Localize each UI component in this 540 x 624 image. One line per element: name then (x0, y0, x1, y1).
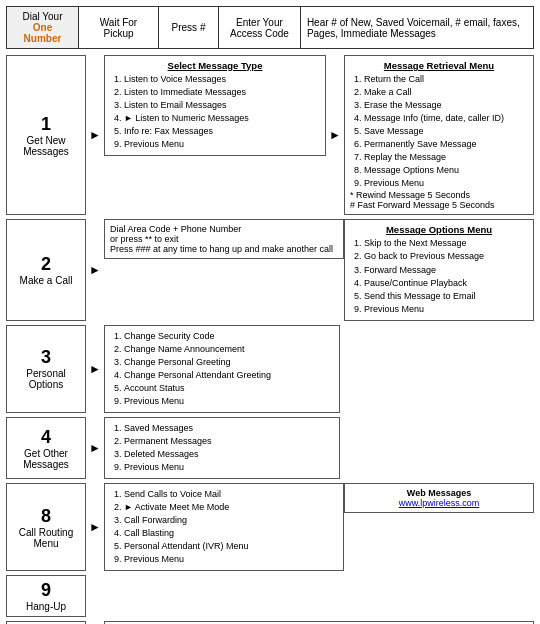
crm-item-5: Personal Attendant (IVR) Menu (124, 540, 338, 553)
smt-arrow-4: ► (124, 113, 133, 123)
arrow-4: ► (86, 441, 104, 455)
box-2-make-a-call: 2 Make a Call (6, 219, 86, 320)
po-item-1: Change Security Code (124, 330, 334, 343)
po-item-4: Change Personal Attendant Greeting (124, 369, 334, 382)
web-messages-box: Web Messages www.lpwireless.com (344, 483, 534, 513)
box-3-number: 3 (41, 347, 51, 368)
crm-arrow: ► (124, 502, 133, 512)
box-2-label: Make a Call (20, 275, 73, 286)
mrm-extra-items: * Rewind Message 5 Seconds # Fast Forwar… (350, 190, 528, 210)
smt-item-5: Info re: Fax Messages (124, 125, 320, 138)
mrm-list: Return the Call Make a Call Erase the Me… (350, 73, 528, 190)
select-message-type-title: Select Message Type (110, 60, 320, 71)
mom-item-5: Send this Message to Email (364, 290, 528, 303)
mrm-hash: # Fast Forward Message 5 Seconds (350, 200, 528, 210)
box-4-label: Get Other Messages (9, 448, 83, 470)
mrm-item-7: Replay the Message (364, 151, 528, 164)
personal-options-box: Change Security Code Change Name Announc… (104, 325, 340, 413)
gom-item-4: Previous Menu (124, 461, 334, 474)
gom-item-1: Saved Messages (124, 422, 334, 435)
mrm-star: * Rewind Message 5 Seconds (350, 190, 528, 200)
header-press: Press # (159, 7, 219, 48)
header-dial: Dial Your One Number (7, 7, 79, 48)
gom-list: Saved Messages Permanent Messages Delete… (110, 422, 334, 474)
crm-item-1: Send Calls to Voice Mail (124, 488, 338, 501)
box-9-hang-up: 9 Hang-Up (6, 575, 86, 617)
section-9: 9 Hang-Up (6, 575, 534, 617)
box-8-number: 8 (41, 506, 51, 527)
mom-item-4: Pause/Continue Playback (364, 277, 528, 290)
header-dial-line2: One Number (13, 22, 72, 44)
box-9-number: 9 (41, 580, 51, 601)
mrm-item-2: Make a Call (364, 86, 528, 99)
smt-item-2: Listen to Immediate Messages (124, 86, 320, 99)
header-dial-line1: Dial Your (22, 11, 62, 22)
col-right-8: Web Messages www.lpwireless.com (344, 483, 534, 513)
col-left-1: Select Message Type Listen to Voice Mess… (104, 55, 326, 156)
crm-item-3: Call Forwarding (124, 514, 338, 527)
mrm-title: Message Retrieval Menu (350, 60, 528, 71)
crm-item-6: Previous Menu (124, 553, 338, 566)
col-left-3: Change Security Code Change Name Announc… (104, 325, 340, 413)
get-other-messages-box: Saved Messages Permanent Messages Delete… (104, 417, 340, 479)
box-4-number: 4 (41, 427, 51, 448)
header-row: Dial Your One Number Wait For Pickup Pre… (6, 6, 534, 49)
box-4-get-other-messages: 4 Get Other Messages (6, 417, 86, 479)
call-routing-box: Send Calls to Voice Mail ► Activate Meet… (104, 483, 344, 571)
header-wait-label: Wait For Pickup (85, 17, 152, 39)
header-enter: Enter Your Access Code (219, 7, 301, 48)
web-messages-title: Web Messages (350, 488, 528, 498)
smt-item-3: Listen to Email Messages (124, 99, 320, 112)
box-1-number: 1 (41, 114, 51, 135)
web-messages-link[interactable]: www.lpwireless.com (399, 498, 480, 508)
po-list: Change Security Code Change Name Announc… (110, 330, 334, 408)
main-content: 1 Get New Messages ► Select Message Type… (6, 55, 534, 624)
col-right-1: Message Retrieval Menu Return the Call M… (344, 55, 534, 215)
header-hear: Hear # of New, Saved Voicemail, # email,… (301, 7, 533, 48)
smt-item-1: Listen to Voice Messages (124, 73, 320, 86)
arrow-2: ► (86, 263, 104, 277)
smt-item-4: ► Listen to Numeric Messages (124, 112, 320, 125)
page: Dial Your One Number Wait For Pickup Pre… (0, 0, 540, 624)
box-2-number: 2 (41, 254, 51, 275)
header-wait: Wait For Pickup (79, 7, 159, 48)
po-item-2: Change Name Announcement (124, 343, 334, 356)
section-3: 3 Personal Options ► Change Security Cod… (6, 325, 534, 413)
po-item-5: Account Status (124, 382, 334, 395)
mrm-item-1: Return the Call (364, 73, 528, 86)
arrow-1: ► (86, 128, 104, 142)
section-1: 1 Get New Messages ► Select Message Type… (6, 55, 534, 215)
box-8-call-routing: 8 Call Routing Menu (6, 483, 86, 571)
mac-line1: Dial Area Code + Phone Number (110, 224, 338, 234)
box-1-label: Get New Messages (9, 135, 83, 157)
col-right-2: Message Options Menu Skip to the Next Me… (344, 219, 534, 320)
crm-item-2: ► Activate Meet Me Mode (124, 501, 338, 514)
po-item-3: Change Personal Greeting (124, 356, 334, 369)
make-a-call-box: Dial Area Code + Phone Number or press *… (104, 219, 344, 259)
po-item-6: Previous Menu (124, 395, 334, 408)
select-message-type-box: Select Message Type Listen to Voice Mess… (104, 55, 326, 156)
col-left-4: Saved Messages Permanent Messages Delete… (104, 417, 340, 479)
crm-list: Send Calls to Voice Mail ► Activate Meet… (110, 488, 338, 566)
mom-item-3: Forward Message (364, 264, 528, 277)
box-3-label: Personal Options (9, 368, 83, 390)
mrm-item-4: Message Info (time, date, caller ID) (364, 112, 528, 125)
smt-item-6: Previous Menu (124, 138, 320, 151)
mom-item-2: Go back to Previous Message (364, 250, 528, 263)
mom-title: Message Options Menu (350, 224, 528, 235)
mrm-item-5: Save Message (364, 125, 528, 138)
header-press-label: Press # (172, 22, 206, 33)
mrm-item-9: Previous Menu (364, 177, 528, 190)
gom-item-2: Permanent Messages (124, 435, 334, 448)
crm-item-4: Call Blasting (124, 527, 338, 540)
box-1-get-new-messages: 1 Get New Messages (6, 55, 86, 215)
mac-line2: or press ** to exit (110, 234, 338, 244)
col-left-8: Send Calls to Voice Mail ► Activate Meet… (104, 483, 344, 571)
arrow-1b: ► (326, 128, 344, 142)
message-retrieval-menu-box: Message Retrieval Menu Return the Call M… (344, 55, 534, 215)
header-enter-label: Enter Your Access Code (225, 17, 294, 39)
mom-item-1: Skip to the Next Message (364, 237, 528, 250)
message-options-menu-box: Message Options Menu Skip to the Next Me… (344, 219, 534, 320)
section-4: 4 Get Other Messages ► Saved Messages Pe… (6, 417, 534, 479)
box-9-label: Hang-Up (26, 601, 66, 612)
